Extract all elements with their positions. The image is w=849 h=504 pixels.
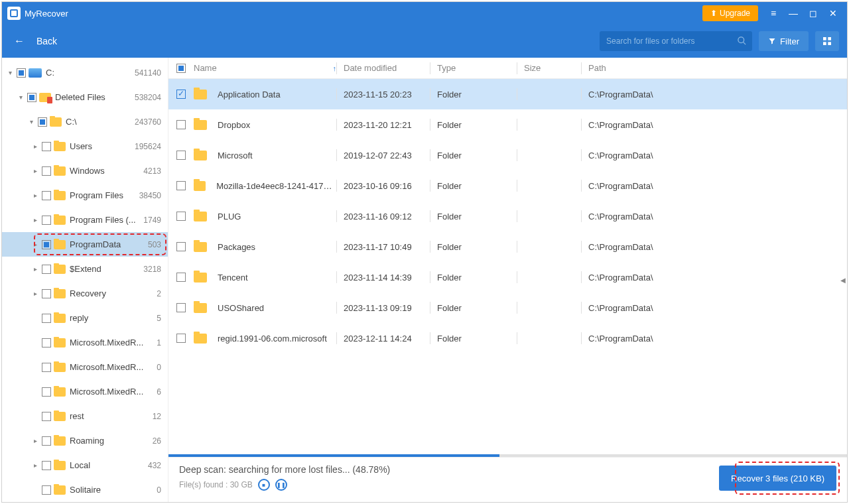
chevron-right-icon[interactable]: ▸ [31, 290, 39, 297]
pause-button[interactable]: ❚❚ [275, 479, 287, 491]
checkbox[interactable] [42, 191, 51, 200]
upgrade-button[interactable]: ⬆ Upgrade [702, 5, 758, 21]
folder-icon [54, 289, 66, 298]
tree-item[interactable]: reply5 [2, 306, 168, 330]
checkbox[interactable] [17, 68, 26, 78]
folder-icon [54, 265, 66, 274]
checkbox[interactable] [42, 216, 51, 225]
stop-button[interactable]: ■ [258, 479, 270, 491]
maximize-button[interactable]: ◻ [803, 3, 823, 23]
file-row[interactable]: Tencent2023-11-14 14:39FolderC:\ProgramD… [168, 262, 847, 292]
collapse-handle[interactable]: ◀ [839, 267, 847, 293]
row-checkbox[interactable] [176, 242, 186, 251]
minimize-button[interactable]: — [783, 3, 803, 23]
checkbox[interactable] [42, 387, 51, 397]
cell-type: Folder [437, 151, 517, 160]
tree-item[interactable]: Microsoft.MixedR...0 [2, 355, 168, 379]
row-checkbox[interactable] [176, 212, 186, 221]
checkbox[interactable] [42, 265, 51, 274]
checkbox[interactable] [42, 485, 51, 495]
chevron-down-icon[interactable]: ▾ [27, 118, 35, 125]
tree-item[interactable]: ▾C:541140 [2, 60, 168, 85]
chevron-down-icon[interactable]: ▾ [17, 94, 25, 101]
row-checkbox[interactable] [176, 120, 186, 129]
row-checkbox[interactable] [176, 334, 186, 343]
chevron-right-icon[interactable]: ▸ [31, 192, 39, 199]
chevron-right-icon[interactable]: ▸ [31, 265, 39, 273]
cell-type: Folder [437, 212, 517, 221]
col-path[interactable]: Path [588, 63, 847, 73]
chevron-right-icon[interactable]: ▸ [31, 143, 39, 150]
checkbox[interactable] [42, 436, 51, 446]
row-checkbox[interactable] [176, 303, 186, 312]
tree-item[interactable]: ▸Local432 [2, 453, 168, 477]
checkbox[interactable] [42, 166, 51, 176]
file-row[interactable]: Dropbox2023-11-20 12:21FolderC:\ProgramD… [168, 109, 847, 140]
filter-button[interactable]: Filter [759, 31, 809, 51]
checkbox[interactable] [27, 93, 36, 102]
file-row[interactable]: USOShared2023-11-13 09:19FolderC:\Progra… [168, 292, 847, 323]
tree-item[interactable]: ▸Users195624 [2, 134, 168, 158]
file-row[interactable]: Microsoft2019-12-07 22:43FolderC:\Progra… [168, 140, 847, 170]
col-name[interactable]: Name↑ [194, 63, 336, 73]
cell-date: 2023-11-17 10:49 [344, 242, 430, 252]
close-button[interactable]: ✕ [823, 3, 843, 23]
file-row[interactable]: Application Data2023-11-15 20:23FolderC:… [168, 79, 847, 109]
chevron-down-icon[interactable]: ▾ [6, 69, 14, 76]
header-checkbox[interactable] [168, 64, 194, 73]
file-row[interactable]: regid.1991-06.com.microsoft2023-12-11 14… [168, 323, 847, 353]
tree-item[interactable]: ▾C:\243760 [2, 109, 168, 134]
chevron-right-icon[interactable]: ▸ [31, 437, 39, 444]
checkbox[interactable] [42, 314, 51, 323]
recover-button[interactable]: Recover 3 files (210 KB) [719, 466, 836, 491]
chevron-right-icon[interactable]: ▸ [31, 462, 39, 469]
tree-label: $Extend [70, 264, 139, 274]
tree-item[interactable]: ▸Program Files (...1749 [2, 208, 168, 232]
tree-item[interactable]: ▸Program Files38450 [2, 183, 168, 208]
file-row[interactable]: Mozilla-1de4eec8-1241-4177-a8...2023-10-… [168, 170, 847, 201]
menu-button[interactable]: ≡ [763, 3, 783, 23]
checkbox[interactable] [42, 338, 51, 347]
folder-tree[interactable]: ▾C:541140▾Deleted Files538204▾C:\243760▸… [2, 58, 168, 502]
col-date[interactable]: Date modified [344, 63, 430, 73]
tree-item[interactable]: rest12 [2, 404, 168, 428]
tree-item[interactable]: Microsoft.MixedR...1 [2, 330, 168, 355]
tree-label: Deleted Files [55, 92, 131, 102]
row-checkbox[interactable] [176, 273, 186, 282]
checkbox[interactable] [42, 461, 51, 470]
checkbox[interactable] [42, 289, 51, 298]
checkbox[interactable] [42, 240, 51, 249]
tree-label: Program Files [70, 190, 135, 200]
file-row[interactable]: Packages2023-11-17 10:49FolderC:\Program… [168, 231, 847, 262]
checkbox[interactable] [42, 363, 51, 372]
file-pane: Name↑ Date modified Type Size Path Appli… [168, 58, 847, 502]
chevron-right-icon[interactable]: ▸ [31, 167, 39, 174]
tree-item[interactable]: Solitaire0 [2, 477, 168, 502]
checkbox[interactable] [38, 117, 47, 127]
col-size[interactable]: Size [524, 63, 581, 73]
checkbox[interactable] [42, 142, 51, 151]
checkbox[interactable] [42, 412, 51, 421]
col-type[interactable]: Type [437, 63, 517, 73]
tree-item[interactable]: ▾Deleted Files538204 [2, 85, 168, 109]
row-checkbox[interactable] [176, 90, 186, 99]
tree-item[interactable]: ▸Windows4213 [2, 158, 168, 183]
back-button[interactable]: ← [14, 35, 25, 47]
tree-item[interactable]: ▸Recovery2 [2, 281, 168, 306]
grid-view-button[interactable] [815, 31, 839, 51]
tree-item[interactable]: ▸Roaming26 [2, 428, 168, 453]
tree-item[interactable]: ▸$Extend3218 [2, 257, 168, 281]
tree-item[interactable]: ▸ProgramData503 [2, 232, 168, 257]
close-icon: ✕ [829, 8, 837, 19]
file-name: USOShared [218, 303, 264, 313]
tree-item[interactable]: Microsoft.MixedR...6 [2, 379, 168, 404]
chevron-right-icon[interactable]: ▸ [31, 241, 39, 248]
cell-path: C:\ProgramData\ [588, 273, 847, 283]
row-checkbox[interactable] [176, 151, 186, 160]
svg-rect-3 [828, 37, 831, 40]
search-input[interactable] [600, 31, 752, 51]
row-checkbox[interactable] [176, 181, 186, 190]
file-row[interactable]: PLUG2023-11-16 09:12FolderC:\ProgramData… [168, 201, 847, 231]
item-count: 0 [157, 485, 161, 495]
chevron-right-icon[interactable]: ▸ [31, 216, 39, 223]
